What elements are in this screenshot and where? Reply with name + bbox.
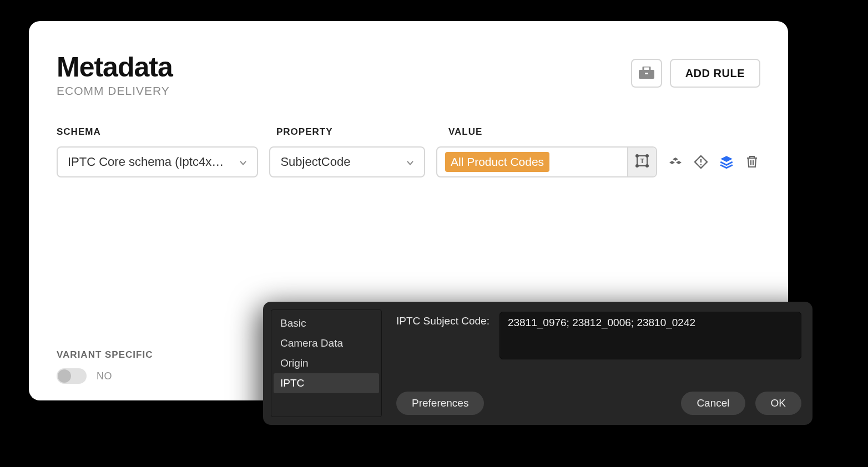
chevron-down-icon: [238, 157, 248, 167]
value-group: All Product Codes T: [436, 146, 760, 177]
iptc-popup: Basic Camera Data Origin IPTC IPTC Subje…: [263, 302, 813, 425]
warning-diamond-icon[interactable]: [693, 154, 709, 170]
trash-icon[interactable]: [744, 154, 760, 170]
sidebar-item-camera-data[interactable]: Camera Data: [274, 333, 379, 353]
toolbox-button[interactable]: [631, 59, 662, 88]
svg-rect-1: [643, 67, 650, 71]
value-input[interactable]: All Product Codes T: [436, 146, 657, 177]
svg-rect-2: [645, 73, 648, 74]
text-transform-button[interactable]: T: [627, 148, 656, 176]
property-select[interactable]: SubjectCode: [269, 146, 425, 177]
page-subtitle: ECOMM DELIVERY: [57, 84, 173, 98]
property-column-label: PROPERTY: [276, 126, 437, 138]
property-select-value: SubjectCode: [280, 155, 350, 169]
rule-row: IPTC Core schema (Iptc4x… SubjectCode Al…: [57, 146, 760, 177]
schema-select[interactable]: IPTC Core schema (Iptc4x…: [57, 146, 258, 177]
iptc-subject-code-label: IPTC Subject Code:: [396, 312, 489, 327]
schema-select-value: IPTC Core schema (Iptc4x…: [68, 155, 224, 169]
variant-specific-label: VARIANT SPECIFIC: [57, 349, 153, 361]
cancel-button[interactable]: Cancel: [681, 392, 745, 415]
chevron-down-icon: [405, 157, 415, 167]
popup-sidebar: Basic Camera Data Origin IPTC: [271, 309, 382, 417]
popup-field-row: IPTC Subject Code: 23811_0976; 23812_000…: [396, 309, 801, 359]
data-source-icon[interactable]: [667, 154, 684, 170]
sidebar-item-iptc[interactable]: IPTC: [274, 373, 379, 393]
svg-text:T: T: [640, 158, 644, 164]
header-actions: ADD RULE: [631, 51, 760, 88]
ok-button[interactable]: OK: [755, 392, 801, 415]
iptc-subject-code-textarea[interactable]: 23811_0976; 23812_0006; 23810_0242: [499, 312, 801, 359]
toggle-knob: [58, 369, 71, 383]
footer: VARIANT SPECIFIC NO: [57, 349, 153, 384]
sidebar-item-origin[interactable]: Origin: [274, 353, 379, 373]
layers-icon[interactable]: [718, 154, 735, 170]
popup-right-buttons: Cancel OK: [681, 392, 801, 415]
header-row: Metadata ECOMM DELIVERY ADD RULE: [57, 51, 760, 98]
preferences-button[interactable]: Preferences: [396, 392, 484, 415]
value-chip: All Product Codes: [445, 152, 549, 172]
variant-specific-toggle-row: NO: [57, 368, 153, 384]
page-title: Metadata: [57, 51, 173, 83]
text-transform-icon: T: [635, 154, 649, 170]
row-action-icons: [667, 154, 760, 170]
schema-column-label: SCHEMA: [57, 126, 265, 138]
popup-footer: Preferences Cancel OK: [396, 392, 801, 417]
title-block: Metadata ECOMM DELIVERY: [57, 51, 173, 98]
add-rule-button[interactable]: ADD RULE: [670, 59, 760, 88]
column-labels-row: SCHEMA PROPERTY VALUE: [57, 126, 760, 138]
value-column-label: VALUE: [448, 126, 760, 138]
popup-main: IPTC Subject Code: 23811_0976; 23812_000…: [396, 309, 805, 417]
toolbox-icon: [639, 67, 654, 80]
sidebar-item-basic[interactable]: Basic: [274, 313, 379, 333]
svg-point-9: [700, 164, 702, 166]
variant-specific-toggle[interactable]: [57, 368, 87, 384]
variant-specific-value: NO: [97, 370, 112, 382]
